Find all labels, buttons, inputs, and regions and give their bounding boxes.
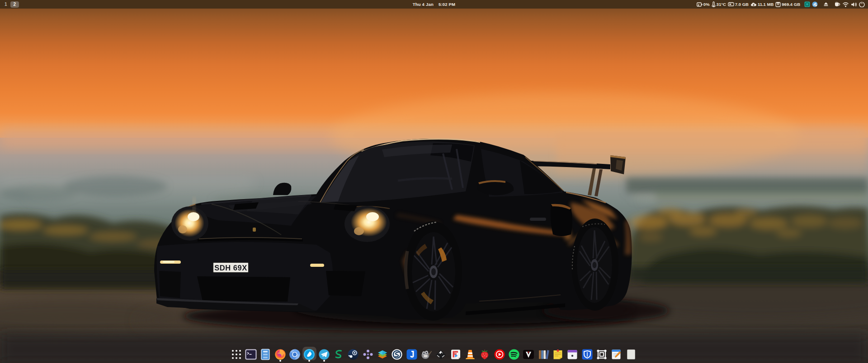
svg-text:SDH 69X: SDH 69X — [214, 264, 247, 272]
